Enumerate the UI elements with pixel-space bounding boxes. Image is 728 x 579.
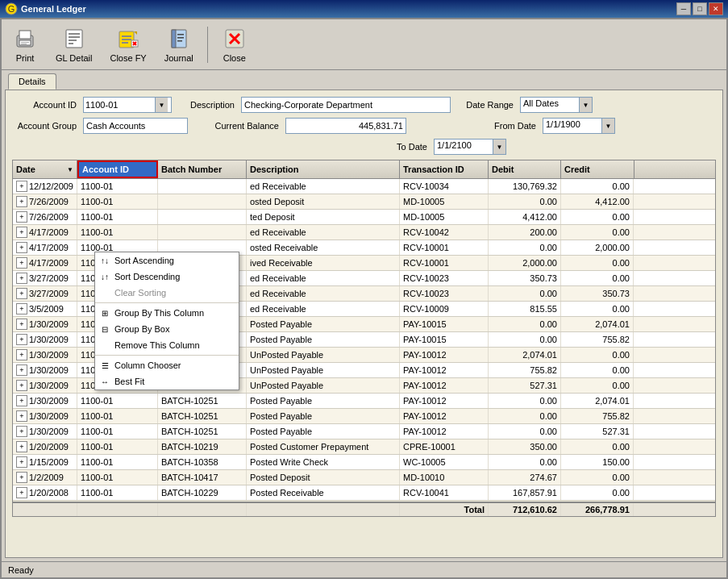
expand-button[interactable]: + <box>16 380 27 391</box>
maximize-button[interactable]: □ <box>693 2 707 15</box>
expand-button[interactable]: + <box>16 487 27 498</box>
date-range-dropdown[interactable]: ▼ <box>579 98 592 112</box>
cell-date: +1/30/2009 <box>13 424 77 439</box>
expand-button[interactable]: + <box>16 181 27 192</box>
expand-button[interactable]: + <box>16 472 27 483</box>
ctx-best-fit[interactable]: ↔ Best Fit <box>95 373 239 389</box>
clear-sort-icon <box>98 286 111 299</box>
close-fy-button[interactable]: Close FY <box>104 23 152 66</box>
header-batch[interactable]: Batch Number <box>158 160 247 178</box>
expand-button[interactable]: + <box>16 303 27 314</box>
cell-desc: Posted Write Check <box>247 455 400 469</box>
cell-acctid: 1100-01 <box>77 470 158 485</box>
cell-credit: 755.82 <box>561 409 634 423</box>
expand-button[interactable]: + <box>16 242 27 253</box>
svg-rect-16 <box>122 42 128 44</box>
cell-txid: PAY-10012 <box>400 378 489 393</box>
ctx-col-chooser[interactable]: ☰ Column Chooser <box>95 357 239 373</box>
table-row[interactable]: +1/30/2009 1100-01 BATCH-10251 Posted Pa… <box>13 424 715 439</box>
ctx-sort-asc[interactable]: ↑↓ Sort Ascending <box>95 252 239 269</box>
table-row[interactable]: +1/30/2009 1100-01 BATCH-10251 Posted Pa… <box>13 394 715 409</box>
account-id-input[interactable] <box>84 98 155 112</box>
expand-button[interactable]: + <box>16 211 27 223</box>
svg-rect-15 <box>122 39 131 40</box>
cell-txid: PAY-10012 <box>400 424 489 439</box>
cell-txid: PAY-10012 <box>400 348 489 362</box>
gl-detail-button[interactable]: GL Detail <box>50 23 98 66</box>
ctx-best-fit-label: Best Fit <box>114 377 144 386</box>
table-row[interactable]: +1/15/2009 1100-01 BATCH-10358 Posted Wr… <box>13 455 715 470</box>
cell-credit: 0.00 <box>561 470 634 485</box>
expand-button[interactable]: + <box>16 456 27 468</box>
ctx-clear-sort-label: Clear Sorting <box>114 288 166 298</box>
table-row[interactable]: +1/30/2009 1100-01 BATCH-10251 Posted Pa… <box>13 409 715 424</box>
cell-credit: 0.00 <box>561 302 634 316</box>
to-date-dropdown[interactable]: ▼ <box>493 140 505 154</box>
table-row[interactable]: +7/26/2009 1100-01 osted Deposit MD-1000… <box>13 194 715 210</box>
minimize-button[interactable]: ─ <box>676 2 691 15</box>
account-group-label: Account Group <box>12 121 77 131</box>
expand-button[interactable]: + <box>16 364 27 376</box>
account-group-input[interactable] <box>83 118 188 134</box>
expand-button[interactable]: + <box>16 273 27 284</box>
expand-button[interactable]: + <box>16 441 27 452</box>
cell-credit: 150.00 <box>561 455 634 469</box>
cell-date: +1/30/2009 <box>13 409 77 423</box>
expand-button[interactable]: + <box>16 410 27 422</box>
expand-button[interactable]: + <box>16 257 27 269</box>
cell-debit: 2,000.00 <box>489 256 561 270</box>
header-debit[interactable]: Debit <box>489 160 561 178</box>
cell-credit: 2,000.00 <box>561 240 634 255</box>
svg-rect-3 <box>19 31 31 39</box>
table-row[interactable]: +7/26/2009 1100-01 ted Deposit MD-10005 … <box>13 210 715 225</box>
expand-button[interactable]: + <box>16 288 27 299</box>
expand-button[interactable]: + <box>16 334 27 345</box>
cell-date: +4/17/2009 <box>13 225 77 240</box>
context-menu: ↑↓ Sort Ascending ↓↑ Sort Descending Cle… <box>94 252 239 390</box>
header-description[interactable]: Description <box>247 160 400 178</box>
ctx-group-col[interactable]: ⊞ Group By This Column <box>95 305 239 321</box>
date-range-value: All Dates <box>521 98 579 112</box>
ctx-remove-col[interactable]: Remove This Column <box>95 337 239 353</box>
cell-batch: BATCH-10251 <box>158 409 247 423</box>
close-button[interactable]: Close <box>216 23 253 66</box>
cell-date: +1/15/2009 <box>13 455 77 469</box>
table-row[interactable]: +1/2/2009 1100-01 BATCH-10417 Posted Dep… <box>13 470 715 485</box>
journal-button[interactable]: Journal <box>159 23 199 66</box>
svg-rect-6 <box>21 44 27 44</box>
table-row[interactable]: +4/17/2009 1100-01 ed Receivable RCV-100… <box>13 225 715 240</box>
cell-desc: Posted Payable <box>247 332 400 347</box>
account-id-dropdown[interactable]: ▼ <box>155 98 168 112</box>
title-bar: G General Ledger ─ □ ✕ <box>0 0 728 18</box>
cell-credit: 0.00 <box>561 485 634 500</box>
ctx-sort-desc[interactable]: ↓↑ Sort Descending <box>95 269 239 285</box>
header-date[interactable]: Date ▼ <box>13 160 77 178</box>
tab-details[interactable]: Details <box>8 73 56 90</box>
table-row[interactable]: +1/20/2009 1100-01 BATCH-10219 Posted Cu… <box>13 439 715 455</box>
header-account-id[interactable]: Account ID <box>77 160 158 178</box>
cell-debit: 0.00 <box>489 424 561 439</box>
grid-header: Date ▼ Account ID Batch Number Descripti… <box>13 160 715 179</box>
expand-button[interactable]: + <box>16 349 27 360</box>
cell-date: +1/20/2009 <box>13 439 77 454</box>
cell-desc: ted Deposit <box>247 210 400 224</box>
expand-button[interactable]: + <box>16 426 27 437</box>
expand-button[interactable]: + <box>16 319 27 330</box>
expand-button[interactable]: + <box>16 395 27 406</box>
description-input[interactable] <box>241 97 451 113</box>
cell-date: +1/30/2009 <box>13 317 77 331</box>
total-row: Total 712,610.62 266,778.91 <box>13 502 715 516</box>
header-transaction-id[interactable]: Transaction ID <box>400 160 489 178</box>
cell-txid: WC-10005 <box>400 455 489 469</box>
cell-desc: Posted Deposit <box>247 470 400 485</box>
table-row[interactable]: +12/12/2009 1100-01 ed Receivable RCV-10… <box>13 179 715 194</box>
expand-button[interactable]: + <box>16 196 27 207</box>
ctx-group-box[interactable]: ⊟ Group By Box <box>95 321 239 337</box>
cell-batch: BATCH-10358 <box>158 455 247 469</box>
close-window-button[interactable]: ✕ <box>709 2 723 15</box>
print-button[interactable]: Print <box>6 23 44 66</box>
header-credit[interactable]: Credit <box>561 160 634 178</box>
from-date-dropdown[interactable]: ▼ <box>601 119 614 133</box>
table-row[interactable]: +1/20/2008 1100-01 BATCH-10229 Posted Re… <box>13 485 715 501</box>
expand-button[interactable]: + <box>16 227 27 238</box>
